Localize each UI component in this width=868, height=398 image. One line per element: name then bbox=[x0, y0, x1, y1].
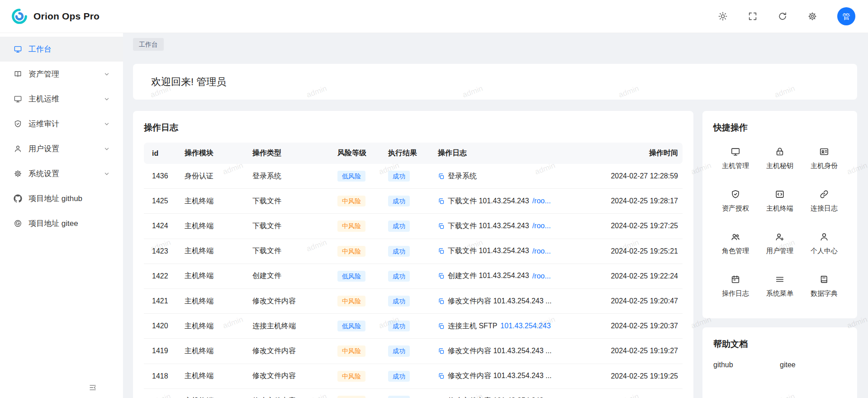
sidebar-item-host-ops[interactable]: 主机运维 bbox=[0, 86, 123, 111]
cell-time: 2024-02-25 19:22:24 bbox=[597, 264, 683, 288]
log-text: 连接主机 SFTP bbox=[448, 321, 497, 331]
chevron-down-icon bbox=[104, 171, 109, 177]
github-icon bbox=[14, 194, 22, 203]
cell-log: 修改文件内容 101.43.254.243 ... bbox=[432, 364, 597, 388]
copy-icon[interactable] bbox=[438, 273, 445, 279]
cell-id: 1418 bbox=[144, 364, 179, 388]
quick-action-host-management[interactable]: 主机管理 bbox=[713, 137, 758, 180]
chevron-down-icon bbox=[104, 121, 109, 127]
quick-action-label: 数据字典 bbox=[811, 289, 838, 298]
quick-action-label: 操作日志 bbox=[722, 289, 749, 298]
log-link[interactable]: /roo... bbox=[532, 197, 551, 205]
column-header: 风险等级 bbox=[332, 143, 383, 164]
copy-icon[interactable] bbox=[438, 223, 445, 230]
content-area: 工作台 欢迎回来! 管理员 操作日志 id操作模块操作类型风险等级执行结果操作日… bbox=[123, 33, 868, 398]
copy-icon[interactable] bbox=[438, 173, 445, 180]
cell-risk: 低风险 bbox=[332, 164, 383, 189]
copy-icon[interactable] bbox=[438, 373, 445, 379]
result-badge: 成功 bbox=[388, 396, 410, 398]
log-text: 修改文件内容 101.43.254.243 ... bbox=[448, 396, 551, 398]
app-root: Orion Ops Pro 管 工作台资产管理主机运维运维审计用户设置系统设置项… bbox=[0, 0, 868, 398]
log-table-row: 1419主机终端修改文件内容中风险成功修改文件内容 101.43.254.243… bbox=[144, 339, 683, 364]
log-link[interactable]: /roo... bbox=[532, 272, 551, 280]
refresh-icon[interactable] bbox=[778, 11, 787, 21]
settings-gear-icon[interactable] bbox=[807, 11, 817, 21]
tab-workbench[interactable]: 工作台 bbox=[133, 38, 164, 51]
cell-result: 成功 bbox=[383, 264, 432, 288]
cell-type: 修改文件内容 bbox=[247, 388, 332, 398]
calendar-icon bbox=[730, 274, 740, 284]
brand: Orion Ops Pro bbox=[11, 8, 100, 25]
sidebar-item-github[interactable]: 项目地址 github bbox=[0, 186, 123, 211]
cell-module: 主机终端 bbox=[179, 264, 247, 288]
sidebar-item-asset-management[interactable]: 资产管理 bbox=[0, 62, 123, 86]
cell-log: 下载文件 101.43.254.243/roo... bbox=[432, 239, 597, 264]
sidebar-item-label: 运维审计 bbox=[28, 119, 98, 129]
quick-action-host-keys[interactable]: 主机秘钥 bbox=[758, 137, 802, 180]
cell-result: 成功 bbox=[383, 314, 432, 339]
log-table-row: 1420主机终端连接主机终端低风险成功连接主机 SFTP101.43.254.2… bbox=[144, 314, 683, 339]
cell-module: 主机终端 bbox=[179, 388, 247, 398]
quick-actions-grid: 主机管理主机秘钥主机身份资产授权主机终端连接日志角色管理用户管理个人中心操作日志… bbox=[713, 137, 846, 307]
cell-module: 主机终端 bbox=[179, 314, 247, 339]
fullscreen-icon[interactable] bbox=[748, 11, 758, 21]
help-links: githubgitee bbox=[713, 361, 846, 369]
quick-action-user-management[interactable]: 用户管理 bbox=[758, 222, 802, 265]
copy-icon[interactable] bbox=[438, 198, 445, 205]
log-table-row: 1422主机终端创建文件低风险成功创建文件 101.43.254.243/roo… bbox=[144, 264, 683, 288]
sidebar-item-gitee[interactable]: 项目地址 gitee bbox=[0, 211, 123, 236]
sidebar-item-label: 项目地址 gitee bbox=[28, 218, 109, 229]
log-table-row: 1421主机终端修改文件内容中风险成功修改文件内容 101.43.254.243… bbox=[144, 288, 683, 313]
quick-action-role-management[interactable]: 角色管理 bbox=[713, 222, 758, 265]
quick-action-operation-log[interactable]: 操作日志 bbox=[713, 265, 758, 307]
sidebar-item-workbench[interactable]: 工作台 bbox=[0, 37, 123, 62]
log-link[interactable]: /roo... bbox=[532, 222, 551, 230]
cell-risk: 中风险 bbox=[332, 388, 383, 398]
quick-action-personal-center[interactable]: 个人中心 bbox=[802, 222, 846, 265]
cell-risk: 中风险 bbox=[332, 214, 383, 239]
sidebar-item-user-settings[interactable]: 用户设置 bbox=[0, 136, 123, 161]
help-docs-card: 帮助文档 githubgitee bbox=[702, 327, 857, 398]
useradd-icon bbox=[775, 232, 785, 242]
result-badge: 成功 bbox=[388, 345, 410, 356]
help-link-gitee[interactable]: gitee bbox=[780, 361, 846, 369]
sidebar: 工作台资产管理主机运维运维审计用户设置系统设置项目地址 github项目地址 g… bbox=[0, 33, 123, 398]
quick-action-connection-log[interactable]: 连接日志 bbox=[802, 180, 846, 222]
quick-action-label: 主机秘钥 bbox=[766, 162, 793, 170]
quick-action-host-terminal[interactable]: 主机终端 bbox=[758, 180, 802, 222]
operation-log-card: 操作日志 id操作模块操作类型风险等级执行结果操作日志操作时间 1436身份认证… bbox=[133, 111, 693, 398]
log-text: 创建文件 101.43.254.243 bbox=[448, 271, 529, 281]
quick-action-host-identity[interactable]: 主机身份 bbox=[802, 137, 846, 180]
result-badge: 成功 bbox=[388, 321, 410, 331]
cell-log: 登录系统 bbox=[432, 164, 597, 189]
main-row: 操作日志 id操作模块操作类型风险等级执行结果操作日志操作时间 1436身份认证… bbox=[133, 111, 857, 398]
sidebar-item-ops-audit[interactable]: 运维审计 bbox=[0, 111, 123, 136]
quick-action-asset-authorization[interactable]: 资产授权 bbox=[713, 180, 758, 222]
cell-id: 1420 bbox=[144, 314, 179, 339]
help-link-github[interactable]: github bbox=[713, 361, 780, 369]
chevron-down-icon bbox=[104, 146, 109, 152]
copy-icon[interactable] bbox=[438, 298, 445, 305]
cell-risk: 中风险 bbox=[332, 189, 383, 214]
log-table-row: 1423主机终端下载文件中风险成功下载文件 101.43.254.243/roo… bbox=[144, 239, 683, 264]
theme-toggle-sun-icon[interactable] bbox=[718, 11, 728, 21]
user-avatar[interactable]: 管 bbox=[837, 7, 855, 25]
cell-type: 连接主机终端 bbox=[247, 314, 332, 339]
menu-icon bbox=[775, 274, 785, 284]
log-link[interactable]: 101.43.254.243 bbox=[500, 322, 550, 330]
quick-action-data-dictionary[interactable]: 数据字典 bbox=[802, 265, 846, 307]
log-link[interactable]: /roo... bbox=[532, 247, 551, 255]
sidebar-collapse-icon[interactable] bbox=[89, 384, 97, 392]
welcome-card: 欢迎回来! 管理员 bbox=[133, 64, 857, 100]
operation-log-table: id操作模块操作类型风险等级执行结果操作日志操作时间 1436身份认证登录系统低… bbox=[144, 143, 683, 398]
sidebar-item-system-settings[interactable]: 系统设置 bbox=[0, 161, 123, 186]
copy-icon[interactable] bbox=[438, 248, 445, 254]
cell-module: 主机终端 bbox=[179, 214, 247, 239]
cell-time: 2024-02-25 19:20:47 bbox=[597, 288, 683, 313]
copy-icon[interactable] bbox=[438, 323, 445, 330]
quick-action-system-menu[interactable]: 系统菜单 bbox=[758, 265, 802, 307]
idcard-icon bbox=[819, 147, 829, 157]
sidebar-item-label: 系统设置 bbox=[28, 168, 98, 179]
copy-icon[interactable] bbox=[438, 348, 445, 355]
right-column: 快捷操作 主机管理主机秘钥主机身份资产授权主机终端连接日志角色管理用户管理个人中… bbox=[702, 111, 857, 398]
